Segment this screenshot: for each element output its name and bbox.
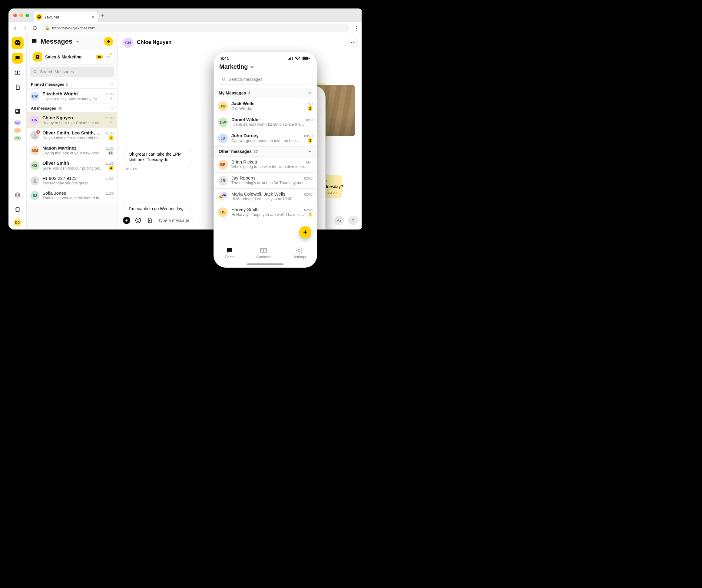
compose-attach-icon[interactable] [146,217,153,224]
phone-new-message[interactable]: + [299,226,311,238]
inbox-row[interactable]: +1 902 227 912311:30 Yes Monday sounds g… [27,173,117,188]
send-icon[interactable] [348,216,358,225]
nav-library-icon[interactable] [12,204,23,215]
conv-avatar: CN [123,37,133,48]
translate-icon[interactable] [334,216,344,225]
inbox-row[interactable]: S Oliver Smith, Leo Smith, Hect...11:30 … [27,128,117,143]
row-preview: Do you also offer a non-profit dis... [42,136,107,140]
row-time: 02/03 [304,193,313,196]
row-time: 10:00 [304,118,313,122]
svg-point-1 [38,16,39,17]
nav-chats-icon[interactable] [12,53,23,64]
rail-mini-co[interactable]: CO [14,120,21,125]
muted-icon [109,120,114,125]
svg-point-17 [139,220,139,220]
section-all[interactable]: All messages 40 ▾ [27,104,117,113]
nav-forward-icon[interactable] [22,25,28,31]
svg-point-11 [34,70,36,73]
row-name: John Darcey [231,133,259,138]
row-name: Mason Martinez [42,145,77,150]
browser-tab[interactable]: YakChat ✕ [34,11,98,22]
row-name: Daniel Wilder [231,117,260,122]
inbox-row[interactable]: MM Mason Martinez11:30 Loving the look o… [27,143,117,158]
group-avatar: MC JW [218,191,228,201]
group-sub-badge: S [36,130,40,134]
phone-row[interactable]: DW Daniel Wilder10:00 I think it's now w… [214,114,317,130]
inbox-dropdown-icon[interactable] [76,39,80,43]
row-time: Mon [306,160,313,164]
section-label: Other messages [219,149,252,154]
phone-section-other[interactable]: Other messages 27 [214,146,317,156]
nav-files-icon[interactable] [12,82,23,93]
unread-badge: 3 [308,212,313,217]
nav-back-icon[interactable] [13,25,18,31]
compose-add-icon[interactable] [123,217,130,224]
conv-more-icon[interactable]: ··· [349,38,358,47]
rail-current-user[interactable]: DO [14,219,21,227]
close-tab-icon[interactable]: ✕ [91,15,95,19]
reload-icon[interactable] [32,25,37,30]
unread-badge: 3 [308,138,313,143]
svg-point-10 [37,56,38,57]
section-pinned[interactable]: Pinned messages 5 ▾ [27,80,117,89]
phone-row[interactable]: MC JW Maria Coldwell, Jack Wells02/03 Hi… [214,189,317,204]
inbox-search[interactable]: Search Messages [30,67,114,77]
svg-rect-5 [15,109,19,113]
new-message-button[interactable]: + [104,37,113,46]
app-logo[interactable] [11,37,24,49]
phone-row[interactable]: HS Harvey Smith02/03 Hi Harvey, I hope y… [214,204,317,220]
statusbar: 9:41 [214,52,317,63]
inbox-row[interactable]: OS Oliver Smith11:30 Sure, you can find … [27,158,117,173]
phone-search[interactable]: Search messages [218,74,313,85]
phone-title-dropdown[interactable]: Marketing [219,63,311,70]
phone-row[interactable]: JR Jay Roberts02/03 The meeting's arrang… [214,172,317,189]
browser-menu-icon[interactable]: ⋮ [354,25,359,31]
minimize-window[interactable] [19,14,23,17]
section-pinned-label: Pinned messages [31,82,64,87]
maximize-window[interactable] [25,14,29,17]
clock: 9:41 [221,56,229,61]
org-selector[interactable]: Sales & Marketing +(1) 224 456 544 10 [30,50,114,64]
phone-row[interactable]: JW Jack Wells11:30 OK. Will do. 2 [214,98,317,114]
nav-apps-icon[interactable] [12,106,23,117]
url-text: https://www.yakchat.com [52,26,95,30]
url-field[interactable]: 🔒 https://www.yakchat.com [41,24,349,32]
row-name: Jack Wells [231,101,254,106]
inbox-row-selected[interactable]: CN Chloe Nguyen11:30 Happy to hear that … [27,113,117,128]
chevron-down-icon [308,149,312,153]
titlebar: YakChat ✕ + [8,8,362,22]
rail-mini-cf[interactable]: CF [14,128,21,133]
nav-rail: CO CF CS DO [8,34,27,230]
favicon-icon [36,14,42,20]
nav-contacts-icon[interactable] [12,67,23,78]
phone-row[interactable]: BR Brian RickettMon Who's going to be wi… [214,156,317,172]
row-time: 02/03 [304,208,313,212]
row-time: 02/03 [304,177,313,180]
section-all-count: 40 [58,106,62,111]
row-name: Brian Rickett [231,159,257,164]
avatar: JR [218,176,228,186]
compose-emoji-icon[interactable] [134,217,142,224]
chevron-down-icon [250,65,254,69]
svg-rect-19 [289,58,290,60]
unread-badge: 1 [109,135,114,140]
inbox-panel: Messages + Sales & Marketing +(1) 224 45… [27,34,118,230]
row-preview: Happy to hear that Chloe! Let us... [42,120,107,125]
rail-mini-cs[interactable]: CS [14,136,21,140]
phone-row[interactable]: JD John Darcey09:30 Can we get someone t… [214,130,317,146]
unread-badge: 2 [308,106,313,111]
close-window[interactable] [13,14,17,17]
new-tab-button[interactable]: + [98,12,107,19]
nav-help-icon[interactable] [12,190,23,201]
chevron-down-icon: ▾ [111,82,113,87]
row-preview: Thanks! It should be delivered in... [42,196,114,200]
inbox-row[interactable]: EW Elizabeth Wright11:30 It was a really… [27,89,117,104]
section-pinned-count: 5 [66,82,68,87]
phone-section-my[interactable]: My Messages 3 [214,88,317,98]
inbox-row[interactable]: SJ Sofia Jones11:30 Thanks! It should be… [27,188,117,203]
row-preview: OK. Will do. [231,106,306,111]
wifi-icon [295,56,301,60]
phone-title-text: Marketing [219,63,248,70]
row-time: 11:30 [105,146,114,150]
svg-rect-23 [303,57,309,60]
